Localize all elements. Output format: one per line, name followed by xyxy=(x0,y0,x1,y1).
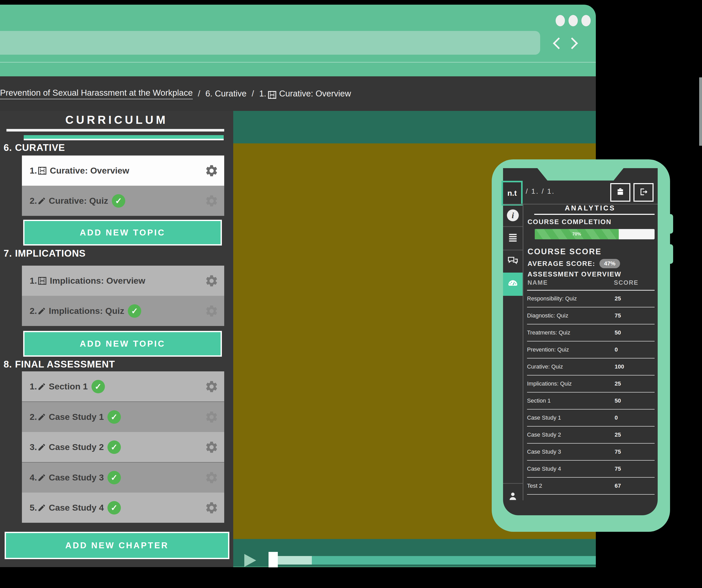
column-header-score: SCORE xyxy=(614,279,638,286)
topic-item-curative-quiz[interactable]: 2. Curative: Quiz ✓ xyxy=(22,186,224,216)
check-icon: ✓ xyxy=(112,194,125,208)
column-header-name: NAME xyxy=(528,279,548,286)
average-score-label: AVERAGE SCORE: xyxy=(528,260,595,268)
chapter-heading-curative: 6. CURATIVE xyxy=(4,142,65,153)
check-icon: ✓ xyxy=(107,501,121,514)
table-row: Treatments: Quiz 50 xyxy=(527,324,655,341)
table-row: Responsibility: Quiz 25 xyxy=(527,290,655,307)
app-logo: n.t xyxy=(501,181,522,206)
check-icon: ✓ xyxy=(128,304,141,318)
gear-icon[interactable] xyxy=(205,304,219,318)
course-completion-fill: 70% xyxy=(535,229,619,239)
course-score-label: COURSE SCORE xyxy=(528,247,601,256)
info-icon: i xyxy=(507,209,519,221)
assessment-overview-label: ASSESSMENT OVERVIEW xyxy=(528,270,621,278)
toolbar-divider xyxy=(0,62,596,63)
window-control-dot[interactable] xyxy=(569,15,578,26)
pencil-icon xyxy=(37,443,46,452)
curriculum-progress-underline xyxy=(24,139,224,140)
table-row: Case Study 4 75 xyxy=(527,461,655,478)
add-new-chapter-button[interactable]: ADD NEW CHAPTER xyxy=(5,532,229,559)
rail-tab-curriculum[interactable] xyxy=(503,227,522,250)
pencil-icon xyxy=(37,197,46,205)
chat-icon xyxy=(507,255,519,268)
person-icon xyxy=(507,491,518,503)
table-row: Prevention: Quiz 0 xyxy=(527,341,655,359)
pencil-icon xyxy=(37,307,46,315)
film-icon xyxy=(267,90,277,100)
logout-button[interactable] xyxy=(633,183,654,202)
topic-item-case-study-2[interactable]: 3. Case Study 2 ✓ xyxy=(22,432,224,462)
topic-item-section-1[interactable]: 1. Section 1 ✓ xyxy=(22,371,224,402)
assessment-table: Responsibility: Quiz 25 Diagnostic: Quiz… xyxy=(527,290,655,495)
briefcase-icon xyxy=(616,188,625,197)
gear-icon[interactable] xyxy=(205,410,219,424)
course-completion-label: COURSE COMPLETION xyxy=(528,218,611,226)
pencil-icon xyxy=(37,473,46,482)
table-row: Curative: Quiz 100 xyxy=(527,359,655,376)
add-new-topic-button[interactable]: ADD NEW TOPIC xyxy=(23,220,222,246)
topic-item-case-study-4[interactable]: 5. Case Study 4 ✓ xyxy=(22,493,224,523)
briefcase-button[interactable] xyxy=(610,183,630,202)
gear-icon[interactable] xyxy=(205,501,219,515)
breadcrumb-chapter-link[interactable]: 6. Curative xyxy=(205,89,247,99)
check-icon: ✓ xyxy=(107,410,121,424)
logout-icon xyxy=(639,188,648,197)
table-row: Case Study 1 0 xyxy=(527,409,655,426)
gear-icon[interactable] xyxy=(205,440,219,454)
gear-icon[interactable] xyxy=(205,194,219,208)
rail-tab-profile[interactable] xyxy=(503,484,522,510)
phone-breadcrumb: / 1. / 1. xyxy=(526,187,555,195)
check-icon: ✓ xyxy=(107,471,121,484)
video-scrubber-handle[interactable] xyxy=(268,552,278,567)
video-progress-played xyxy=(278,556,312,565)
address-bar[interactable] xyxy=(0,31,540,55)
breadcrumb-separator: / xyxy=(252,89,254,99)
curriculum-rule xyxy=(6,129,224,131)
table-row: Test 2 67 xyxy=(527,478,655,495)
pencil-icon xyxy=(37,503,46,512)
gauge-icon xyxy=(507,278,519,291)
play-icon[interactable] xyxy=(244,554,256,567)
gear-icon[interactable] xyxy=(205,380,219,394)
rail-tab-discussion[interactable] xyxy=(503,251,522,273)
list-icon xyxy=(507,232,518,244)
table-row: Case Study 2 25 xyxy=(527,426,655,444)
course-completion-value: 70% xyxy=(572,231,581,237)
course-completion-track: 70% xyxy=(535,229,655,239)
rail-tab-analytics[interactable] xyxy=(503,273,522,296)
table-row: Diagnostic: Quiz 75 xyxy=(527,307,655,324)
phone-side-button xyxy=(670,214,673,234)
breadcrumb-course-link[interactable]: Prevention of Sexual Harassment at the W… xyxy=(0,88,193,99)
breadcrumb: Prevention of Sexual Harassment at the W… xyxy=(0,76,596,111)
film-icon xyxy=(37,166,47,176)
pencil-icon xyxy=(37,382,46,391)
phone-side-button xyxy=(670,244,673,264)
gear-icon[interactable] xyxy=(205,164,219,178)
curriculum-progress-bar xyxy=(24,135,224,139)
video-top-band xyxy=(233,111,596,143)
add-new-topic-button[interactable]: ADD NEW TOPIC xyxy=(23,331,222,357)
scrollbar-fragment[interactable] xyxy=(699,77,702,146)
topic-item-curative-overview[interactable]: 1. Curative: Overview xyxy=(22,156,224,186)
topic-item-case-study-1[interactable]: 2. Case Study 1 ✓ xyxy=(22,402,224,432)
topic-item-implications-quiz[interactable]: 2. Implications: Quiz ✓ xyxy=(22,296,224,326)
window-control-dot[interactable] xyxy=(581,15,591,26)
analytics-title-rule xyxy=(534,214,655,215)
gear-icon[interactable] xyxy=(205,471,219,485)
topic-item-case-study-3[interactable]: 4. Case Study 3 ✓ xyxy=(22,462,224,493)
chapter-heading-final-assessment: 8. FINAL ASSESSMENT xyxy=(4,359,115,370)
window-control-dot[interactable] xyxy=(556,15,565,26)
table-row: Case Study 3 75 xyxy=(527,444,655,461)
check-icon: ✓ xyxy=(107,440,121,454)
video-progress-track[interactable] xyxy=(278,556,596,565)
film-icon xyxy=(37,276,47,286)
table-row: Section 1 50 xyxy=(527,393,655,409)
average-score-badge: 47% xyxy=(599,259,620,268)
topic-item-implications-overview[interactable]: 1. Implications: Overview xyxy=(22,266,224,296)
screenshot-stage: Prevention of Sexual Harassment at the W… xyxy=(0,0,702,588)
gear-icon[interactable] xyxy=(205,274,219,288)
rail-tab-info[interactable]: i xyxy=(503,204,522,226)
chapter-heading-implications: 7. IMPLICATIONS xyxy=(4,248,86,259)
check-icon: ✓ xyxy=(92,380,105,393)
